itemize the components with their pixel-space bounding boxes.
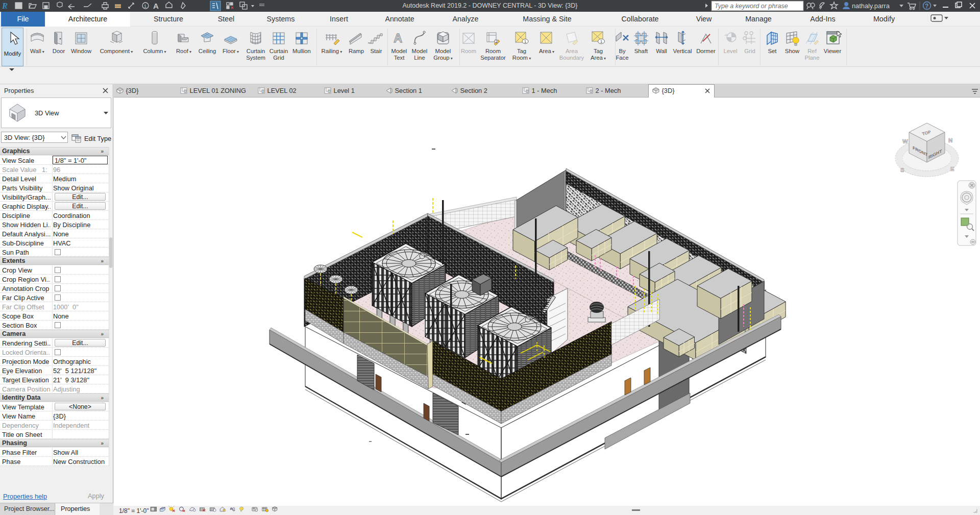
svg-text:1: 1 <box>524 39 526 44</box>
svg-text:N: N <box>948 137 952 143</box>
svg-text:A: A <box>394 31 402 45</box>
svg-text:nathaly.parra: nathaly.parra <box>852 2 890 10</box>
svg-text:1: 1 <box>600 39 602 44</box>
svg-text:?: ? <box>925 3 928 10</box>
svg-text:E: E <box>950 166 954 172</box>
svg-text:1: 1 <box>495 40 497 43</box>
svg-text:Type a keyword or phrase: Type a keyword or phrase <box>715 3 788 10</box>
svg-text:S: S <box>900 167 904 173</box>
svg-text:W: W <box>902 138 908 144</box>
